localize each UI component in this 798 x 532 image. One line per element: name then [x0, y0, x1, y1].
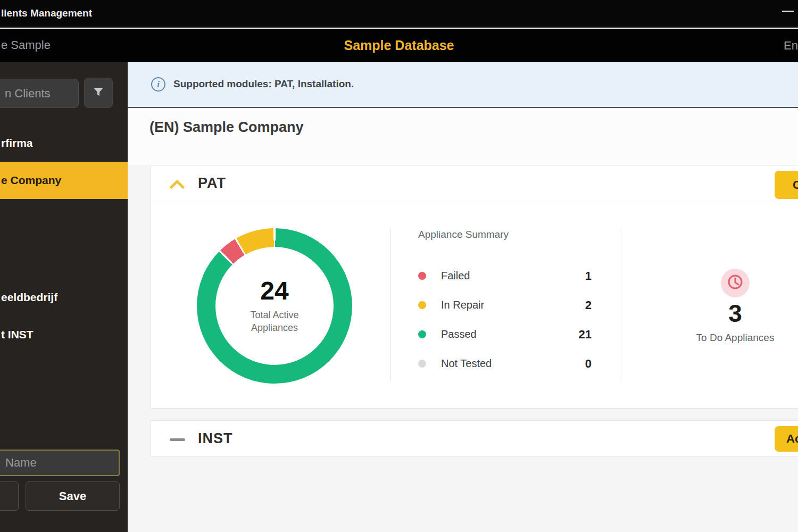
inst-section-title: INST: [198, 430, 233, 447]
search-clients-input[interactable]: [0, 79, 79, 108]
status-dot: [418, 272, 426, 280]
legend-row: Passed 21: [418, 320, 592, 349]
app-window: lients Management e Sample Sample Databa…: [0, 0, 798, 532]
client-list-item[interactable]: rfirma: [0, 124, 128, 162]
todo-label: To Do Appliances: [655, 332, 798, 344]
legend-row: In Repair 2: [418, 290, 592, 320]
clients-sidebar: rfirmae Companyeeldbedrijft INST Save: [0, 62, 128, 532]
database-title: Sample Database: [0, 38, 798, 53]
app-header: e Sample Sample Database En: [0, 29, 798, 62]
window-title: lients Management: [1, 7, 92, 19]
appliance-summary-rows: Failed 1 In Repair 2 Passed 21 Not Teste…: [418, 261, 592, 378]
status-label: Not Tested: [441, 358, 492, 370]
language-selector[interactable]: En: [784, 39, 798, 53]
todo-count: 3: [655, 299, 798, 328]
divider: [621, 229, 621, 381]
supported-modules-banner: i Supported modules: PAT, Installation.: [128, 62, 798, 108]
inst-action-button[interactable]: Ac: [775, 426, 798, 452]
legend-row: Failed 1: [418, 261, 592, 290]
minus-icon[interactable]: [170, 438, 185, 441]
pat-action-button[interactable]: C: [775, 171, 798, 199]
client-list: rfirmae Companyeeldbedrijft INST: [0, 124, 128, 353]
legend-row: Not Tested 0: [418, 349, 592, 378]
window-titlebar: lients Management: [0, 0, 798, 28]
todo-appliances-block: 3 To Do Appliances: [655, 204, 798, 409]
total-active-caption: Total Active Appliances: [232, 309, 317, 335]
status-value: 0: [585, 357, 592, 371]
pat-section-title: PAT: [198, 175, 226, 192]
clock-badge: [721, 269, 750, 297]
sidebar-secondary-button[interactable]: [0, 481, 19, 511]
page-title: (EN) Sample Company: [149, 119, 304, 136]
client-list-item[interactable]: eeldbedrijf: [0, 279, 128, 316]
minimize-icon[interactable]: [782, 11, 794, 12]
inst-section-card: INST Ac: [151, 420, 798, 456]
client-list-item[interactable]: e Company: [0, 162, 128, 199]
pat-section-body: 24 Total Active Appliances Appliance Sum…: [151, 204, 798, 409]
clock-icon: [727, 273, 744, 293]
status-dot: [418, 330, 426, 338]
status-value: 2: [585, 298, 592, 312]
funnel-icon: [92, 86, 105, 101]
chevron-up-icon[interactable]: [169, 178, 186, 192]
status-label: Passed: [441, 328, 477, 340]
appliance-summary-title: Appliance Summary: [418, 229, 509, 240]
status-value: 1: [585, 269, 592, 283]
status-label: In Repair: [441, 299, 484, 311]
pat-section-card: PAT C 24 Total Active Appliances Applian…: [151, 165, 798, 409]
pat-section-header: PAT C: [151, 165, 798, 204]
filter-button[interactable]: [84, 78, 113, 108]
main-content: i Supported modules: PAT, Installation. …: [128, 62, 798, 532]
divider: [390, 229, 391, 381]
client-list-item[interactable]: t INST: [0, 316, 128, 353]
status-dot: [418, 360, 426, 368]
save-button[interactable]: Save: [26, 481, 120, 511]
total-active-count: 24: [260, 277, 288, 305]
banner-text: Supported modules: PAT, Installation.: [173, 78, 354, 90]
status-label: Failed: [441, 270, 470, 282]
content-background: [128, 108, 798, 165]
donut-center-label: 24 Total Active Appliances: [197, 228, 352, 384]
status-dot: [418, 301, 426, 309]
info-icon: i: [151, 77, 165, 92]
client-name-field[interactable]: [0, 450, 120, 476]
status-value: 21: [579, 328, 592, 342]
